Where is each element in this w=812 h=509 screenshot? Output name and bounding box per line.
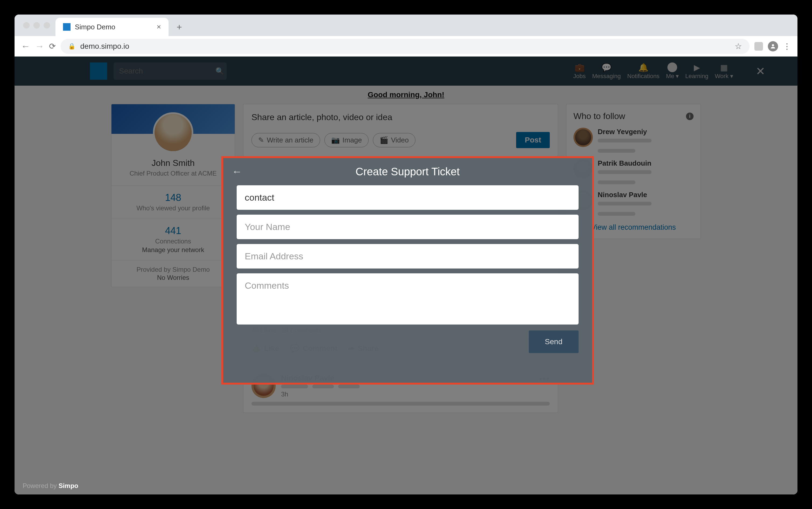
send-button[interactable]: Send	[529, 331, 578, 353]
browser-tabbar: Simpo Demo × +	[14, 14, 798, 36]
browser-window: Simpo Demo × + ← → ⟳ 🔒 demo.simpo.io ☆ ⋮…	[14, 14, 798, 495]
svg-point-0	[772, 44, 774, 46]
tab-close-icon[interactable]: ×	[157, 23, 161, 31]
extension-icon[interactable]	[754, 42, 763, 50]
browser-toolbar: ← → ⟳ 🔒 demo.simpo.io ☆ ⋮	[14, 36, 798, 57]
page-content: 🔍 💼Jobs 💬Messaging 🔔Notifications Me ▾ ▶…	[14, 57, 798, 495]
forward-button[interactable]: →	[35, 41, 44, 52]
comments-input[interactable]	[237, 273, 578, 325]
bookmark-icon[interactable]: ☆	[735, 41, 742, 51]
back-arrow-icon[interactable]: ←	[232, 166, 242, 177]
window-controls[interactable]	[23, 22, 50, 29]
new-tab-button[interactable]: +	[174, 22, 185, 32]
chrome-menu-icon[interactable]: ⋮	[783, 41, 791, 51]
browser-tab[interactable]: Simpo Demo ×	[56, 18, 169, 36]
name-input[interactable]	[237, 215, 578, 239]
reload-button[interactable]: ⟳	[49, 41, 56, 51]
url-text: demo.simpo.io	[80, 42, 129, 50]
highlight-frame: ← Create Support Ticket Send	[221, 156, 594, 384]
tab-title: Simpo Demo	[75, 23, 115, 31]
email-input[interactable]	[237, 244, 578, 269]
dialog-title: Create Support Ticket	[356, 166, 460, 178]
profile-button[interactable]	[768, 41, 778, 52]
subject-input[interactable]	[237, 185, 578, 210]
back-button[interactable]: ←	[21, 41, 30, 52]
address-bar[interactable]: 🔒 demo.simpo.io ☆	[61, 39, 749, 54]
lock-icon: 🔒	[68, 43, 75, 50]
tab-favicon	[63, 23, 71, 31]
support-ticket-dialog: ← Create Support Ticket Send	[223, 158, 592, 383]
powered-by: Powered by Simpo	[23, 482, 78, 489]
